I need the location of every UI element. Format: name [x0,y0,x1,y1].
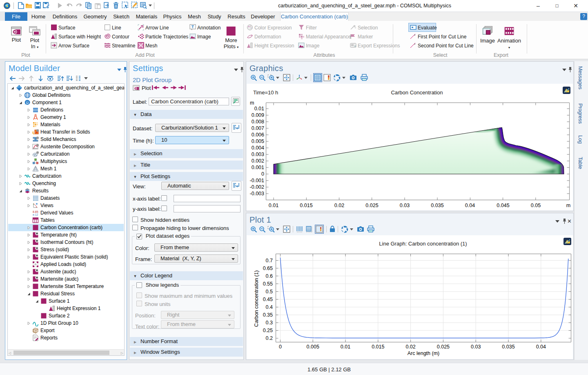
svg-text:0.025: 0.025 [437,344,450,350]
svg-text:0.005: 0.005 [307,344,319,350]
svg-text:0.01: 0.01 [341,344,350,350]
svg-text:0.04: 0.04 [465,203,475,208]
svg-text:0.45: 0.45 [263,297,273,302]
svg-text:0.3: 0.3 [266,320,273,326]
svg-text:0.007: 0.007 [252,125,264,131]
svg-text:0.003: 0.003 [252,152,264,157]
svg-text:0.05: 0.05 [531,203,541,208]
svg-text:Arc length (m): Arc length (m) [408,350,440,356]
svg-text:0.4: 0.4 [266,304,273,310]
svg-text:0.025: 0.025 [365,203,378,208]
svg-text:0.015: 0.015 [372,344,384,350]
svg-text:0: 0 [279,344,282,350]
svg-text:0.006: 0.006 [252,132,264,138]
svg-text:0.009: 0.009 [252,112,264,118]
svg-text:-0.001: -0.001 [250,178,264,183]
svg-text:0.2: 0.2 [266,335,273,341]
svg-text:0.045: 0.045 [497,203,509,208]
svg-text:0.7: 0.7 [266,258,273,263]
svg-text:0.65: 0.65 [263,266,273,271]
svg-text:0.03: 0.03 [471,344,481,350]
svg-text:0.01: 0.01 [254,106,264,112]
svg-text:-0.002: -0.002 [250,184,264,190]
svg-text:m: m [250,100,254,106]
svg-text:0.55: 0.55 [263,281,273,287]
svg-text:0.035: 0.035 [502,344,514,350]
svg-text:0.02: 0.02 [334,203,344,208]
svg-text:m: m [566,203,570,208]
svg-text:0.008: 0.008 [252,119,264,125]
svg-text:0.03: 0.03 [400,203,410,208]
svg-text:0.01: 0.01 [269,203,278,208]
svg-text:0.25: 0.25 [263,328,273,333]
svg-text:0.001: 0.001 [252,165,264,170]
svg-text:0.5: 0.5 [266,289,273,295]
svg-text:0.04: 0.04 [536,344,546,350]
svg-text:0.004: 0.004 [252,145,264,151]
svg-text:0.002: 0.002 [252,158,264,164]
svg-text:Carbon concentration (1): Carbon concentration (1) [254,270,259,327]
svg-text:0.6: 0.6 [266,273,273,279]
svg-text:0.035: 0.035 [431,203,443,208]
svg-text:-0.003: -0.003 [250,191,264,196]
svg-text:0.015: 0.015 [300,203,312,208]
svg-text:0.02: 0.02 [405,344,415,350]
svg-text:0.35: 0.35 [263,312,273,318]
svg-text:0: 0 [261,171,264,177]
svg-text:0.005: 0.005 [252,138,264,144]
